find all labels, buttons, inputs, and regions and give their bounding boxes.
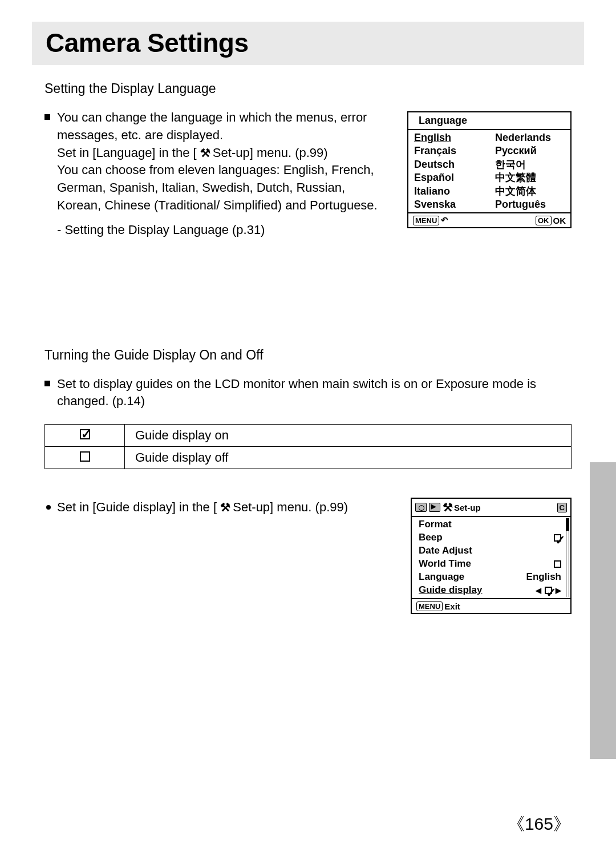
s1-subref: - Setting the Display Language (p.31)	[44, 221, 391, 239]
guide-off-icon	[45, 447, 125, 469]
left-arrow-icon[interactable]: ◀	[536, 586, 541, 596]
section1-heading: Setting the Display Language	[44, 81, 572, 96]
back-arrow-icon: ↶	[441, 215, 448, 225]
lang-option[interactable]: English	[413, 131, 485, 144]
language-menu-title: Language	[408, 112, 570, 130]
setup-icon: ⚒	[220, 499, 229, 515]
s1-para3: You can choose from eleven languages: En…	[57, 163, 378, 212]
lang-option[interactable]: Français	[413, 144, 485, 158]
page-number: 《165》	[508, 813, 570, 836]
setup-menu-tabs: ⚒ Set-up C	[412, 499, 570, 517]
table-row: Guide display on	[45, 425, 572, 447]
lang-option[interactable]: Nederlands	[494, 131, 566, 144]
right-arrow-icon[interactable]: ▶	[556, 586, 561, 596]
setup-row-worldtime[interactable]: World Time	[416, 558, 569, 571]
table-row: Guide display off	[45, 447, 572, 469]
menu-exit-button[interactable]: MENUExit	[416, 601, 460, 612]
s1-para1: You can change the language in which the…	[57, 110, 367, 142]
setup-tab-icon[interactable]: ⚒	[443, 500, 452, 514]
lang-option[interactable]: 中文简体	[494, 185, 566, 198]
lang-option[interactable]: 한국어	[494, 158, 566, 171]
menu-back-button[interactable]: MENU ↶	[413, 215, 448, 225]
playback-tab-icon[interactable]	[429, 503, 440, 512]
lang-option[interactable]: Svenska	[413, 198, 485, 211]
lang-option[interactable]: Português	[494, 198, 566, 211]
capture-tab-icon[interactable]	[415, 503, 427, 512]
s1-para2b: Set-up] menu. (p.99)	[209, 146, 328, 160]
language-col1: English Français Deutsch Español Italian…	[408, 130, 489, 212]
guide-on-label: Guide display on	[125, 425, 572, 447]
check-icon	[554, 534, 561, 542]
guide-off-label: Guide display off	[125, 447, 572, 469]
lang-option[interactable]: Italiano	[413, 185, 485, 198]
setup-menu: ⚒ Set-up C Format Beep	[411, 498, 572, 614]
guide-display-table: Guide display on Guide display off	[44, 424, 572, 469]
section1-description: You can change the language in which the…	[44, 109, 391, 239]
page-side-tab	[590, 462, 616, 759]
lang-option[interactable]: 中文繁體	[494, 171, 566, 184]
s2-para2: Set in [Guide display] in the [ ⚒ Set-up…	[44, 499, 395, 516]
ok-button[interactable]: OK OK	[536, 215, 566, 225]
page-title: Camera Settings	[46, 27, 570, 58]
custom-badge[interactable]: C	[557, 503, 567, 512]
setup-row-dateadjust[interactable]: Date Adjust	[416, 544, 569, 558]
menu-scrollbar[interactable]	[566, 518, 569, 597]
lang-option[interactable]: Русский	[494, 144, 566, 158]
guide-on-icon	[45, 425, 125, 447]
page-title-bar: Camera Settings	[32, 22, 584, 65]
s2-para1: Set to display guides on the LCD monitor…	[44, 376, 572, 411]
setup-row-beep[interactable]: Beep	[416, 531, 569, 544]
box-icon	[554, 560, 561, 568]
check-icon	[545, 587, 552, 594]
section2-heading: Turning the Guide Display On and Off	[44, 348, 572, 363]
lang-option[interactable]: Español	[413, 171, 485, 184]
s1-para2a: Set in [Language] in the [	[57, 146, 200, 160]
language-menu: Language English Français Deutsch Españo…	[407, 111, 572, 228]
setup-row-format[interactable]: Format	[416, 518, 569, 531]
setup-row-guidedisplay[interactable]: Guide display ◀ ▶	[416, 584, 569, 597]
language-col2: Nederlands Русский 한국어 中文繁體 中文简体 Portugu…	[489, 130, 570, 212]
lang-option[interactable]: Deutsch	[413, 158, 485, 171]
setup-menu-title: Set-up	[454, 503, 481, 512]
setup-icon: ⚒	[200, 145, 209, 161]
setup-row-language[interactable]: Language English	[416, 571, 569, 584]
